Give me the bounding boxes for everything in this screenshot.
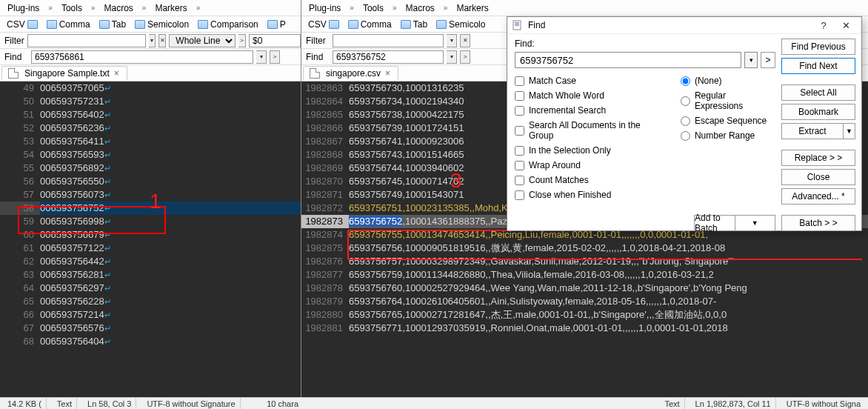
editor-line[interactable]: 66006593757214↵ (0, 308, 301, 322)
line-number: 64 (0, 282, 40, 295)
editor-line[interactable]: 65006593756228↵ (0, 295, 301, 308)
editor-line[interactable]: 62006593756442↵ (0, 255, 301, 268)
editor-line[interactable]: 19828786593756760,100002527929464,,Wee Y… (301, 282, 868, 295)
csv-mode-tab[interactable]: Tab (97, 19, 131, 30)
ext-button[interactable]: > (270, 50, 280, 64)
find-input[interactable] (31, 50, 253, 64)
ext-button[interactable]: ✕ (158, 34, 166, 47)
opt-selection-only[interactable]: In the Selection Only (515, 145, 666, 156)
opt-number-range[interactable]: Number Range (681, 130, 775, 141)
dropdown-icon[interactable]: ▼ (843, 124, 855, 139)
select-all-button[interactable]: Select All (781, 84, 855, 101)
dropdown-icon[interactable]: ▾ (447, 50, 457, 64)
csv-mode-comma[interactable]: Comma (346, 19, 397, 30)
editor-line[interactable]: 50006593757231↵ (0, 95, 301, 108)
csv-mode-semicolon[interactable]: Semicolo (434, 19, 490, 30)
editor-line[interactable]: 51006593756402↵ (0, 108, 301, 122)
filter-mode-select[interactable]: Whole Line (169, 34, 236, 47)
ext-button[interactable]: > (460, 50, 470, 64)
help-button[interactable]: ? (812, 17, 835, 33)
dropdown-icon[interactable]: ▾ (149, 34, 156, 47)
editor-line[interactable]: 53006593756411↵ (0, 135, 301, 148)
opt-count-matches[interactable]: Count Matches (515, 175, 666, 185)
ext-button[interactable]: > (238, 34, 246, 47)
file-icon (310, 68, 320, 79)
opt-close-when-finished[interactable]: Close when Finished (515, 190, 666, 200)
close-icon[interactable]: ✕ (835, 17, 857, 33)
opt-search-all-docs[interactable]: Search All Documents in the Group (515, 120, 666, 141)
find-next-button[interactable]: Find Next (781, 58, 855, 74)
menu-plugins[interactable]: Plug-ins (4, 1, 42, 15)
filter-replace-input[interactable] (249, 34, 301, 47)
batch-button[interactable]: Batch > > (781, 215, 855, 231)
opt-regex[interactable]: Regular Expressions (681, 90, 775, 111)
editor-line[interactable]: 60006593756679↵ (0, 228, 301, 242)
menu-tools[interactable]: Tools (59, 1, 85, 15)
editor-line[interactable]: 19828776593756759,100011344826880,,Thea,… (301, 268, 868, 282)
dialog-titlebar[interactable]: Find ? ✕ (507, 17, 861, 34)
editor-line[interactable]: 67006593756576↵ (0, 322, 301, 335)
menu-plugins[interactable]: Plug-ins (306, 1, 344, 15)
editor-line[interactable]: 19828816593756771,100012937035919,,Ronni… (301, 322, 868, 335)
find-input[interactable] (333, 50, 444, 64)
file-tab[interactable]: singapore.csv × (303, 66, 398, 80)
csv-mode-csv[interactable]: CSV (306, 19, 344, 30)
editor-line[interactable]: 19828756593756756,100009051819516,,微岚,黄,… (301, 242, 868, 255)
bookmark-button[interactable]: Bookmark (781, 104, 855, 120)
menu-macros[interactable]: Macros (403, 1, 438, 15)
file-tab[interactable]: Singapore Sample.txt × (1, 66, 127, 80)
editor-line[interactable]: 68006593756404↵ (0, 335, 301, 348)
grid-icon (329, 20, 339, 29)
editor-line[interactable]: 63006593756281↵ (0, 268, 301, 282)
dropdown-icon[interactable]: ▾ (256, 50, 267, 64)
text-editor[interactable]: 49006593757065↵50006593757231↵5100659375… (0, 82, 301, 409)
editor-line[interactable]: 19828806593756765,100002717281647,,杰,王,m… (301, 308, 868, 322)
svg-rect-1 (515, 22, 519, 23)
menu-markers[interactable]: Markers (152, 1, 190, 15)
opt-match-case[interactable]: Match Case (515, 76, 666, 86)
menu-macros[interactable]: Macros (101, 1, 136, 15)
filter-input[interactable] (27, 34, 146, 47)
line-number: 50 (0, 95, 40, 108)
opt-incremental[interactable]: Incremental Search (515, 105, 666, 116)
editor-line[interactable]: 19828796593756764,100026106405601,,Aini,… (301, 295, 868, 308)
line-number: 58 (0, 202, 40, 215)
opt-match-whole-word[interactable]: Match Whole Word (515, 90, 666, 101)
menu-tools[interactable]: Tools (360, 1, 387, 15)
editor-line[interactable]: 54006593756593↵ (0, 148, 301, 162)
editor-line[interactable]: 56006593756550↵ (0, 175, 301, 188)
replace-button[interactable]: Replace > > (781, 150, 855, 166)
line-number: 62 (0, 255, 40, 268)
csv-mode-comma[interactable]: Comma (44, 19, 96, 30)
csv-mode-semicolon[interactable]: Semicolon (133, 19, 194, 30)
editor-line[interactable]: 19828766593756757,100003298972349,,Gavas… (301, 255, 868, 268)
find-ext-button[interactable]: > (761, 52, 775, 68)
dropdown-icon[interactable]: ▾ (447, 34, 457, 47)
filter-input[interactable] (333, 34, 444, 47)
find-previous-button[interactable]: Find Previous (781, 39, 855, 55)
csv-mode-tab[interactable]: Tab (398, 19, 433, 30)
opt-escape-sequence[interactable]: Escape Sequence (681, 116, 775, 126)
add-to-batch-button[interactable]: Add to Batch▼ (694, 215, 775, 231)
editor-line[interactable]: 59006593756998↵ (0, 215, 301, 228)
ext-button[interactable]: ✕ (460, 34, 470, 47)
close-icon[interactable]: × (113, 68, 121, 79)
csv-mode-p[interactable]: P (265, 19, 291, 30)
editor-line[interactable]: 49006593757065↵ (0, 82, 301, 95)
opt-regex-none[interactable]: (None) (681, 76, 775, 86)
editor-line[interactable]: 55006593756892↵ (0, 162, 301, 175)
dropdown-icon[interactable]: ▼ (735, 216, 775, 230)
editor-line[interactable]: 64006593756297↵ (0, 282, 301, 295)
extract-button[interactable]: Extract▼ (781, 123, 855, 139)
close-button[interactable]: Close (781, 169, 855, 185)
find-text-input[interactable] (515, 52, 741, 68)
csv-mode-comparison[interactable]: Comparison (196, 19, 264, 30)
dropdown-icon[interactable]: ▾ (744, 52, 758, 68)
close-icon[interactable]: × (384, 68, 392, 79)
opt-wrap-around[interactable]: Wrap Around (515, 160, 666, 170)
menu-markers[interactable]: Markers (453, 1, 491, 15)
advanced-button[interactable]: Advanced... * (781, 188, 855, 204)
csv-mode-csv[interactable]: CSV (4, 19, 43, 30)
editor-line[interactable]: 61006593757122↵ (0, 242, 301, 255)
editor-line[interactable]: 52006593756236↵ (0, 122, 301, 135)
